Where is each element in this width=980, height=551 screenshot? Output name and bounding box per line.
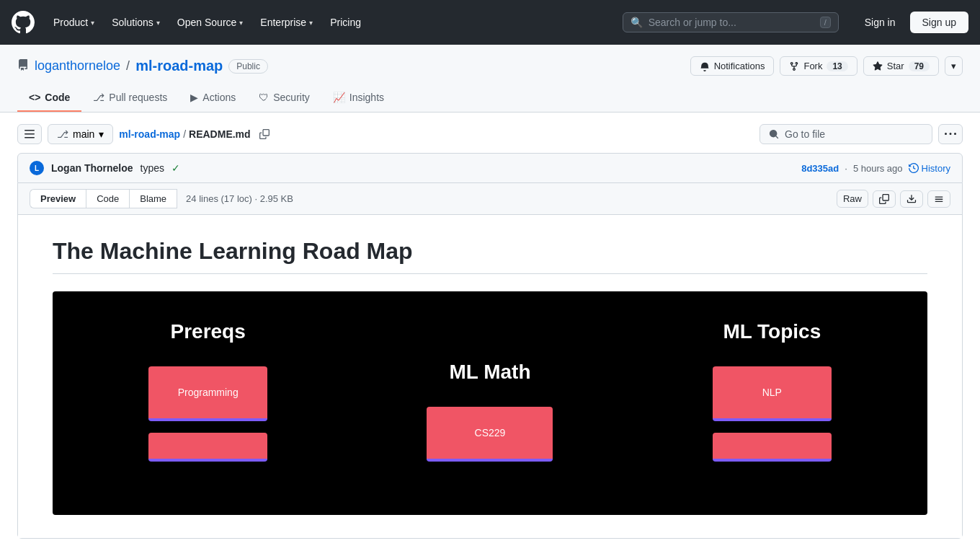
repo-owner-link[interactable]: loganthorneloe [35, 58, 120, 74]
tab-code[interactable]: <> Code [17, 84, 81, 112]
commit-time-ago: 5 hours ago [853, 163, 903, 174]
repo-tabs: <> Code ⎇ Pull requests ▶ Actions 🛡 Secu… [17, 84, 963, 112]
search-icon: 🔍 [631, 17, 643, 28]
repo-actions: Notifications Fork 13 Star 79 ▾ [690, 56, 963, 76]
pull-request-icon: ⎇ [93, 92, 104, 103]
sign-in-button[interactable]: Sign in [856, 12, 904, 32]
copy-path-button[interactable] [257, 126, 272, 142]
ml-col-mltopics: ML Topics NLP [645, 320, 899, 462]
tab-insights[interactable]: 📈 Insights [321, 84, 396, 112]
star-count: 79 [909, 61, 930, 71]
github-logo[interactable] [12, 11, 35, 34]
fork-label: Fork [803, 61, 822, 71]
chevron-down-icon: ▾ [91, 19, 94, 27]
repo-header: loganthorneloe / ml-road-map Public Noti… [0, 45, 980, 113]
commit-hash-link[interactable]: 8d335ad [801, 163, 839, 174]
sign-up-button[interactable]: Sign up [910, 12, 968, 33]
copy-raw-button[interactable] [873, 190, 896, 208]
ml-card-mltopics-2 [713, 433, 832, 462]
ml-col-mlmath-title: ML Math [449, 361, 530, 384]
star-label: Star [887, 61, 904, 71]
nav-auth: Sign in Sign up [856, 12, 968, 33]
repo-icon [17, 59, 29, 74]
go-to-file-placeholder: Go to file [785, 128, 825, 140]
branch-name: main [73, 128, 94, 140]
tab-pull-requests[interactable]: ⎇ Pull requests [81, 84, 179, 112]
file-viewer-header: Preview Code Blame 24 lines (17 loc) · 2… [18, 183, 962, 215]
readme-title: The Machine Learning Road Map [53, 238, 927, 274]
chevron-down-icon: ▾ [239, 19, 243, 27]
avatar: L [30, 161, 44, 175]
nav-links: Product ▾ Solutions ▾ Open Source ▾ Ente… [46, 11, 611, 34]
actions-icon: ▶ [190, 92, 198, 103]
search-input: Search or jump to... [649, 17, 814, 28]
fork-count: 13 [827, 61, 847, 71]
star-dropdown-button[interactable]: ▾ [945, 56, 963, 76]
star-button[interactable]: Star 79 [863, 56, 939, 76]
breadcrumb-repo-link[interactable]: ml-road-map [119, 128, 180, 140]
visibility-badge: Public [228, 59, 268, 74]
nav-enterprise[interactable]: Enterprise ▾ [253, 11, 320, 34]
code-icon: <> [29, 92, 40, 103]
top-nav: Product ▾ Solutions ▾ Open Source ▾ Ente… [0, 0, 980, 45]
chevron-down-icon: ▾ [951, 61, 956, 71]
ml-roadmap-columns: Prereqs Programming ML Math CS229 ML Top… [53, 320, 927, 462]
ml-col-mlmath: ML Math CS229 [363, 320, 617, 462]
branch-icon: ⎇ [57, 128, 68, 140]
chevron-down-icon: ▾ [156, 19, 160, 27]
commit-time: · [845, 163, 847, 174]
go-to-file-input[interactable]: Go to file [760, 124, 932, 144]
chevron-down-icon: ▾ [309, 19, 313, 27]
file-header: ⎇ main ▾ ml-road-map / README.md Go to f… [17, 124, 963, 144]
ml-col-mltopics-title: ML Topics [723, 320, 821, 343]
download-button[interactable] [900, 190, 923, 208]
commit-meta: 8d335ad · 5 hours ago History [801, 163, 950, 174]
commit-message: types [141, 162, 164, 174]
list-view-button[interactable] [927, 190, 950, 208]
shield-icon: 🛡 [259, 92, 269, 103]
nav-product[interactable]: Product ▾ [46, 11, 102, 34]
nav-open-source[interactable]: Open Source ▾ [170, 11, 251, 34]
notifications-button[interactable]: Notifications [690, 56, 775, 76]
view-tab-preview[interactable]: Preview [30, 189, 86, 208]
tab-actions[interactable]: ▶ Actions [179, 84, 247, 112]
commit-bar: L Logan Thorneloe types ✓ 8d335ad · 5 ho… [17, 153, 963, 183]
file-viewer: Preview Code Blame 24 lines (17 loc) · 2… [17, 183, 963, 539]
ml-col-prereqs: Prereqs Programming [81, 320, 335, 462]
more-options-button[interactable] [938, 124, 963, 144]
ml-card-cs229: CS229 [427, 407, 553, 462]
repo-name-link[interactable]: ml-road-map [135, 58, 223, 74]
ml-roadmap-image: Prereqs Programming ML Math CS229 ML Top… [53, 291, 927, 515]
ml-card-prereqs-2 [148, 433, 267, 462]
commit-check-icon: ✓ [172, 162, 180, 174]
search-kbd: / [820, 17, 831, 28]
sidebar-toggle-button[interactable] [17, 124, 42, 144]
nav-solutions[interactable]: Solutions ▾ [104, 11, 167, 34]
history-link[interactable]: History [909, 163, 950, 174]
readme-content: The Machine Learning Road Map Prereqs Pr… [18, 215, 962, 538]
ml-card-programming: Programming [148, 366, 267, 421]
notifications-label: Notifications [714, 61, 765, 71]
ml-col-prereqs-title: Prereqs [171, 320, 246, 343]
breadcrumb-sep: / [183, 128, 186, 140]
file-actions: Raw [837, 190, 950, 208]
nav-pricing[interactable]: Pricing [323, 11, 368, 34]
file-stats: 24 lines (17 loc) · 2.95 KB [186, 193, 293, 204]
tab-security[interactable]: 🛡 Security [247, 84, 321, 112]
repo-title-row: loganthorneloe / ml-road-map Public Noti… [17, 56, 963, 76]
history-label: History [922, 163, 950, 174]
fork-button[interactable]: Fork 13 [780, 56, 857, 76]
branch-selector[interactable]: ⎇ main ▾ [48, 124, 113, 144]
commit-author[interactable]: Logan Thorneloe [51, 162, 133, 174]
view-tab-blame[interactable]: Blame [129, 189, 177, 208]
view-tab-code[interactable]: Code [86, 189, 129, 208]
search-bar[interactable]: 🔍 Search or jump to... / [623, 12, 839, 32]
breadcrumb: ml-road-map / README.md [119, 128, 250, 140]
breadcrumb-current-file: README.md [189, 128, 251, 140]
raw-button[interactable]: Raw [837, 190, 868, 208]
main-content: ⎇ main ▾ ml-road-map / README.md Go to f… [0, 113, 980, 550]
chevron-down-icon: ▾ [99, 128, 104, 140]
ml-card-nlp: NLP [713, 366, 832, 421]
graph-icon: 📈 [333, 92, 345, 103]
repo-path-sep: / [126, 58, 130, 74]
